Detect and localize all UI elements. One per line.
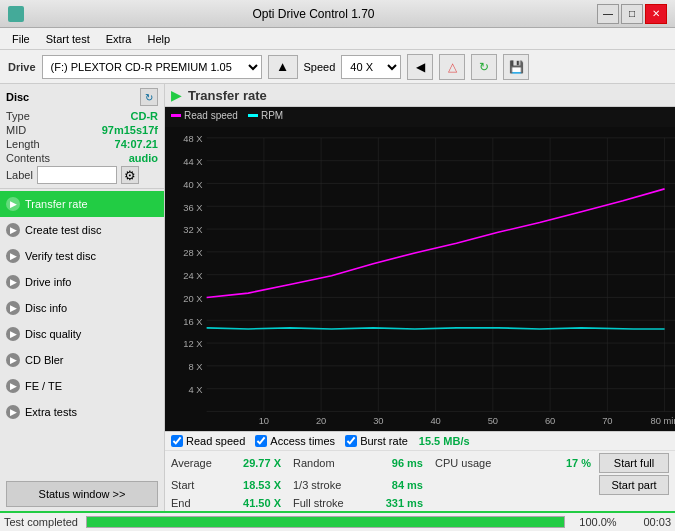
save-button[interactable]: 💾 xyxy=(503,54,529,80)
fe-te-icon: ▶ xyxy=(6,379,20,393)
disc-info-icon: ▶ xyxy=(6,301,20,315)
start-part-button[interactable]: Start part xyxy=(599,475,669,495)
svg-rect-0 xyxy=(165,127,675,431)
progress-time: 00:03 xyxy=(631,516,671,528)
drive-select[interactable]: (F:) PLEXTOR CD-R PREMIUM 1.05 xyxy=(42,55,262,79)
minimize-button[interactable]: — xyxy=(597,4,619,24)
progress-percent: 100.0% xyxy=(573,516,623,528)
burst-rate-value: 15.5 MB/s xyxy=(419,435,470,447)
clear-button[interactable]: △ xyxy=(439,54,465,80)
disc-label-edit-button[interactable]: ⚙ xyxy=(121,166,139,184)
disc-length-value: 74:07.21 xyxy=(115,138,158,150)
stroke13-label: 1/3 stroke xyxy=(293,479,341,491)
start-label: Start xyxy=(171,479,194,491)
svg-text:4 X: 4 X xyxy=(188,384,203,395)
sidebar-item-extra-tests[interactable]: ▶ Extra tests xyxy=(0,399,164,425)
close-button[interactable]: ✕ xyxy=(645,4,667,24)
app-icon xyxy=(8,6,24,22)
progress-bar-container xyxy=(86,516,565,528)
disc-type-value: CD-R xyxy=(131,110,159,122)
svg-text:50: 50 xyxy=(488,415,498,426)
end-value: 41.50 X xyxy=(243,497,281,509)
disc-mid-value: 97m15s17f xyxy=(102,124,158,136)
stats-row-1: Average 29.77 X Random 96 ms CPU usage 1… xyxy=(171,453,669,473)
sidebar-item-drive-info-label: Drive info xyxy=(25,276,71,288)
svg-text:30: 30 xyxy=(373,415,383,426)
extra-tests-icon: ▶ xyxy=(6,405,20,419)
sidebar-item-disc-quality-label: Disc quality xyxy=(25,328,81,340)
sidebar-item-disc-quality[interactable]: ▶ Disc quality xyxy=(0,321,164,347)
random-value: 96 ms xyxy=(392,457,423,469)
maximize-button[interactable]: □ xyxy=(621,4,643,24)
disc-panel: Disc ↻ Type CD-R MID 97m15s17f Length 74… xyxy=(0,84,164,189)
drive-label: Drive xyxy=(8,61,36,73)
disc-refresh-button[interactable]: ↻ xyxy=(140,88,158,106)
cpu-label: CPU usage xyxy=(435,457,491,469)
drive-info-icon: ▶ xyxy=(6,275,20,289)
sidebar-item-transfer-rate[interactable]: ▶ Transfer rate xyxy=(0,191,164,217)
fullstroke-col: Full stroke 331 ms xyxy=(293,497,423,509)
speed-select[interactable]: 40 X 32 X 24 X 16 X 8 X 4 X xyxy=(341,55,401,79)
sidebar-item-extra-tests-label: Extra tests xyxy=(25,406,77,418)
status-text: Test completed xyxy=(4,516,78,528)
sidebar-item-verify-test-disc-label: Verify test disc xyxy=(25,250,96,262)
chart-container: Read speed RPM xyxy=(165,107,675,431)
svg-text:24 X: 24 X xyxy=(183,270,203,281)
menu-start-test[interactable]: Start test xyxy=(38,31,98,47)
svg-text:20 X: 20 X xyxy=(183,293,203,304)
disc-mid-label: MID xyxy=(6,124,26,136)
sidebar-item-create-test-disc[interactable]: ▶ Create test disc xyxy=(0,217,164,243)
progress-bar-fill xyxy=(87,517,564,527)
stroke13-col: 1/3 stroke 84 ms xyxy=(293,479,423,491)
start-part-btn-container: Start part xyxy=(599,475,669,495)
refresh-button[interactable]: ↻ xyxy=(471,54,497,80)
svg-text:80 min: 80 min xyxy=(651,415,675,426)
sidebar-item-cd-bler[interactable]: ▶ CD Bler xyxy=(0,347,164,373)
disc-label-input[interactable] xyxy=(37,166,117,184)
start-full-button[interactable]: Start full xyxy=(599,453,669,473)
burst-rate-checkbox[interactable] xyxy=(345,435,357,447)
access-times-checkbox-label: Access times xyxy=(270,435,335,447)
menu-file[interactable]: File xyxy=(4,31,38,47)
chart-legend: Read speed RPM xyxy=(165,107,675,124)
disc-panel-title: Disc xyxy=(6,91,29,103)
speed-left-button[interactable]: ◀ xyxy=(407,54,433,80)
legend-read-speed-label: Read speed xyxy=(184,110,238,121)
status-window-button[interactable]: Status window >> xyxy=(6,481,158,507)
svg-text:10: 10 xyxy=(259,415,269,426)
stroke13-value: 84 ms xyxy=(392,479,423,491)
chart-header: ▶ Transfer rate xyxy=(165,84,675,107)
stats-row-2: Start 18.53 X 1/3 stroke 84 ms Start par… xyxy=(171,475,669,495)
svg-text:20: 20 xyxy=(316,415,326,426)
disc-mid-row: MID 97m15s17f xyxy=(6,124,158,136)
disc-length-label: Length xyxy=(6,138,40,150)
sidebar-item-drive-info[interactable]: ▶ Drive info xyxy=(0,269,164,295)
stats-row-3: End 41.50 X Full stroke 331 ms xyxy=(171,497,669,509)
disc-label-label: Label xyxy=(6,169,33,181)
disc-length-row: Length 74:07.21 xyxy=(6,138,158,150)
titlebar-controls: — □ ✕ xyxy=(597,4,667,24)
sidebar-item-fe-te-label: FE / TE xyxy=(25,380,62,392)
sidebar-item-create-test-disc-label: Create test disc xyxy=(25,224,101,236)
sidebar-item-verify-test-disc[interactable]: ▶ Verify test disc xyxy=(0,243,164,269)
menu-help[interactable]: Help xyxy=(139,31,178,47)
menu-extra[interactable]: Extra xyxy=(98,31,140,47)
read-speed-checkbox[interactable] xyxy=(171,435,183,447)
chart-icon: ▶ xyxy=(171,87,182,103)
access-times-checkbox[interactable] xyxy=(255,435,267,447)
read-speed-checkbox-group: Read speed xyxy=(171,435,255,447)
legend-rpm-label: RPM xyxy=(261,110,283,121)
access-times-checkbox-group: Access times xyxy=(255,435,345,447)
svg-text:70: 70 xyxy=(602,415,612,426)
sidebar-item-disc-info[interactable]: ▶ Disc info xyxy=(0,295,164,321)
disc-type-row: Type CD-R xyxy=(6,110,158,122)
statusbar: Test completed 100.0% 00:03 xyxy=(0,511,675,531)
sidebar-nav: ▶ Transfer rate ▶ Create test disc ▶ Ver… xyxy=(0,189,164,477)
average-col: Average 29.77 X xyxy=(171,457,281,469)
eject-button[interactable]: ▲ xyxy=(268,55,298,79)
sidebar-item-cd-bler-label: CD Bler xyxy=(25,354,64,366)
sidebar-item-fe-te[interactable]: ▶ FE / TE xyxy=(0,373,164,399)
burst-rate-checkbox-group: Burst rate 15.5 MB/s xyxy=(345,435,669,447)
legend-read-speed: Read speed xyxy=(171,110,238,121)
svg-text:48 X: 48 X xyxy=(183,133,203,144)
